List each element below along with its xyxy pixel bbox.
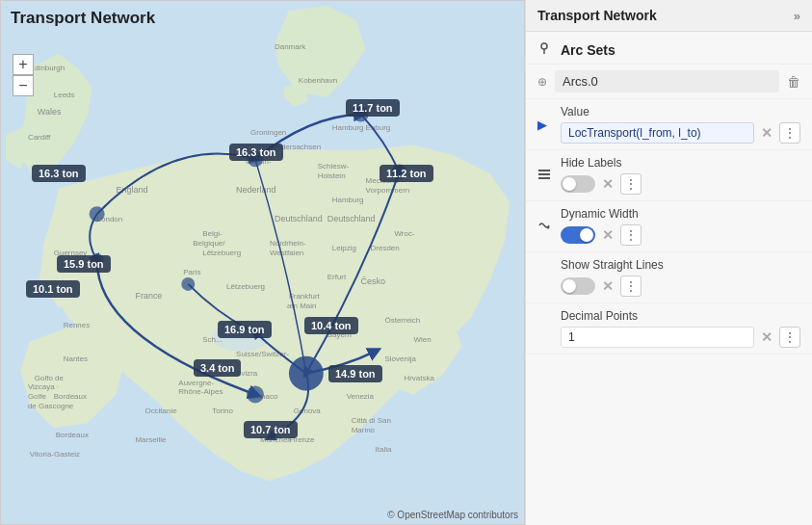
svg-text:Edinburgh: Edinburgh	[30, 64, 65, 72]
decimal-points-label: Decimal Points	[561, 309, 800, 323]
decimal-points-property-row: Decimal Points ✕ ⋮	[526, 303, 812, 354]
svg-text:Wien: Wien	[413, 335, 431, 344]
right-panel: Transport Network » Arc Sets ⊕ 🗑 ▶ Value…	[525, 0, 812, 525]
svg-point-86	[541, 43, 547, 49]
hide-labels-property-row: Hide Labels ✕ ⋮	[526, 150, 812, 201]
svg-text:Hamburg: Hamburg	[332, 124, 364, 133]
panel-expand-button[interactable]: »	[794, 9, 800, 23]
decimal-points-more-button[interactable]: ⋮	[779, 327, 800, 348]
svg-text:Torino: Torino	[212, 407, 233, 415]
svg-text:Città di San: Città di San	[352, 416, 391, 425]
decimal-points-input[interactable]	[561, 327, 754, 348]
svg-text:Occitanie: Occitanie	[144, 407, 177, 415]
decimal-points-content: Decimal Points ✕ ⋮	[561, 309, 800, 348]
svg-text:England: England	[117, 185, 148, 195]
svg-text:Firenze: Firenze	[289, 435, 315, 444]
svg-text:Hamburg: Hamburg	[332, 196, 364, 204]
svg-text:Vorpommern: Vorpommern	[366, 186, 410, 195]
value-content: Value ✕ ⋮	[561, 105, 800, 144]
map-svg: Wales Cardiff Leeds Edinburgh England Lo…	[1, 1, 524, 524]
svg-text:Deutschland: Deutschland	[327, 214, 376, 223]
map-panel: Transport Network + − Wales Cardiff Leed…	[0, 0, 525, 525]
svg-text:Schlesw-: Schlesw-	[318, 162, 350, 171]
arc-sets-section: Arc Sets	[526, 32, 812, 65]
hide-labels-clear-button[interactable]: ✕	[599, 176, 616, 192]
svg-text:Svizra: Svizra	[236, 369, 258, 378]
value-property-row: ▶ Value ✕ ⋮	[526, 99, 812, 150]
svg-text:Deutschland: Deutschland	[275, 214, 323, 223]
dynamic-width-clear-button[interactable]: ✕	[599, 227, 616, 243]
svg-text:Hrvatska: Hrvatska	[404, 374, 434, 382]
hide-labels-icon	[537, 168, 555, 184]
value-input-row: ✕ ⋮	[561, 122, 800, 144]
arcs-name-input[interactable]	[555, 70, 779, 92]
panel-header: Transport Network »	[526, 0, 812, 32]
svg-text:de Gascogne: de Gascogne	[28, 402, 74, 410]
dynamic-width-more-button[interactable]: ⋮	[620, 224, 642, 246]
decimal-points-clear-button[interactable]: ✕	[758, 329, 775, 345]
svg-text:Kobenhavn: Kobenhavn	[299, 76, 337, 85]
dynamic-width-input-row: ✕ ⋮	[561, 224, 800, 246]
svg-text:Vizcaya ·: Vizcaya ·	[28, 383, 59, 392]
svg-text:Frankfurt: Frankfurt	[289, 292, 321, 301]
zoom-out-button[interactable]: −	[13, 75, 34, 96]
svg-text:Venezia: Venezia	[347, 392, 375, 401]
svg-text:Wroc-: Wroc-	[394, 229, 414, 238]
svg-text:Bordeaux: Bordeaux	[54, 392, 87, 401]
svg-text:Bordeaux: Bordeaux	[56, 431, 89, 439]
svg-text:Marseille: Marseille	[135, 435, 166, 444]
value-clear-button[interactable]: ✕	[758, 125, 775, 141]
svg-text:Nantes: Nantes	[64, 354, 88, 363]
show-straight-lines-clear-button[interactable]: ✕	[599, 278, 616, 294]
svg-text:Rhône-Alpes: Rhône-Alpes	[178, 387, 223, 396]
svg-text:Nordrhein-: Nordrhein-	[270, 239, 306, 248]
show-straight-lines-label: Show Straight Lines	[561, 258, 800, 272]
svg-text:Rennes: Rennes	[64, 321, 90, 329]
svg-text:Sch...: Sch...	[202, 335, 222, 344]
svg-text:Golfe: Golfe	[28, 392, 47, 401]
svg-text:Lëtzebuerg: Lëtzebuerg	[202, 249, 241, 257]
dynamic-width-label: Dynamic Width	[561, 207, 800, 221]
decimal-points-input-row: ✕ ⋮	[561, 327, 800, 348]
svg-text:Holstein: Holstein	[318, 171, 346, 180]
dynamic-width-toggle[interactable]	[561, 226, 595, 244]
value-more-button[interactable]: ⋮	[779, 122, 800, 144]
value-icon: ▶	[537, 118, 555, 132]
svg-text:Wales: Wales	[38, 107, 62, 117]
svg-text:Erfurt: Erfurt	[327, 273, 347, 281]
svg-point-91	[547, 225, 550, 228]
svg-text:Paris: Paris	[183, 268, 200, 276]
hide-labels-label: Hide Labels	[561, 156, 800, 170]
svg-text:Bayern: Bayern	[327, 330, 352, 339]
svg-text:Westfalen: Westfalen	[270, 249, 303, 257]
svg-text:Belgique/: Belgique/	[193, 239, 225, 248]
svg-text:Groningen: Groningen	[250, 128, 286, 137]
arc-sets-label: Arc Sets	[561, 42, 616, 58]
svg-text:France: France	[135, 291, 162, 301]
svg-text:Cardiff: Cardiff	[28, 133, 51, 142]
arcs-row-icon: ⊕	[537, 75, 547, 89]
arcs-delete-button[interactable]: 🗑	[787, 74, 800, 90]
svg-text:Marino: Marino	[352, 426, 376, 434]
show-straight-lines-input-row: ✕ ⋮	[561, 276, 800, 297]
svg-text:Nederland: Nederland	[236, 185, 275, 195]
svg-rect-89	[538, 173, 550, 175]
value-input[interactable]	[561, 122, 754, 144]
hide-labels-toggle[interactable]	[561, 175, 595, 193]
arc-sets-icon	[537, 41, 553, 58]
show-straight-lines-toggle[interactable]	[561, 277, 595, 295]
show-straight-lines-more-button[interactable]: ⋮	[620, 276, 642, 297]
hide-labels-more-button[interactable]: ⋮	[620, 173, 642, 195]
svg-text:Slovenija: Slovenija	[385, 354, 417, 363]
map-title: Transport Network	[11, 9, 155, 28]
svg-text:am Main: am Main	[287, 302, 317, 310]
svg-text:Golfo de: Golfo de	[35, 374, 65, 382]
show-straight-lines-property-row: Show Straight Lines ✕ ⋮	[526, 252, 812, 303]
show-straight-lines-toggle-knob	[563, 279, 576, 293]
svg-text:Genova: Genova	[294, 407, 321, 415]
svg-text:Česko: Česko	[361, 276, 385, 286]
dynamic-width-property-row: Dynamic Width ✕ ⋮	[526, 201, 812, 252]
show-straight-lines-content: Show Straight Lines ✕ ⋮	[561, 258, 800, 297]
zoom-in-button[interactable]: +	[13, 54, 34, 75]
svg-text:Vitoria-Gasteiz: Vitoria-Gasteiz	[30, 450, 80, 459]
